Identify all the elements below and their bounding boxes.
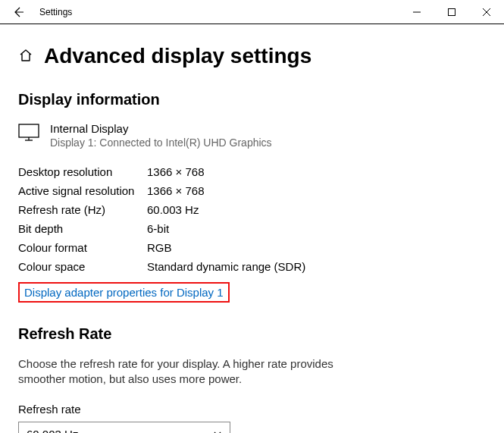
window-title: Settings <box>39 7 399 17</box>
adapter-properties-link[interactable]: Display adapter properties for Display 1 <box>24 286 224 299</box>
prop-val: 6-bit <box>147 222 169 235</box>
prop-key: Colour format <box>18 241 147 254</box>
display-name: Internal Display <box>50 122 272 135</box>
close-button[interactable] <box>469 0 504 24</box>
display-summary: Internal Display Display 1: Connected to… <box>18 122 486 149</box>
display-info-heading: Display information <box>18 91 486 108</box>
window-controls <box>399 0 504 24</box>
prop-val: Standard dynamic range (SDR) <box>147 260 305 273</box>
table-row: Active signal resolution1366 × 768 <box>18 181 486 200</box>
prop-val: 1366 × 768 <box>147 165 205 178</box>
chevron-down-icon <box>213 428 222 433</box>
table-row: Refresh rate (Hz)60.003 Hz <box>18 200 486 219</box>
dropdown-selected-value: 60.003 Hz <box>27 428 78 433</box>
minimize-button[interactable] <box>399 0 434 24</box>
prop-key: Desktop resolution <box>18 165 147 178</box>
svg-rect-1 <box>449 8 455 15</box>
page-title: Advanced display settings <box>44 44 311 68</box>
refresh-rate-label: Refresh rate <box>18 403 486 416</box>
back-button[interactable] <box>6 0 30 24</box>
prop-val: RGB <box>147 241 172 254</box>
display-subtext: Display 1: Connected to Intel(R) UHD Gra… <box>50 136 272 149</box>
refresh-rate-section: Refresh Rate Choose the refresh rate for… <box>18 325 486 433</box>
table-row: Desktop resolution1366 × 768 <box>18 162 486 181</box>
prop-key: Bit depth <box>18 222 147 235</box>
minimize-icon <box>413 8 421 16</box>
content: Advanced display settings Display inform… <box>0 24 504 433</box>
prop-val: 1366 × 768 <box>147 184 205 197</box>
table-row: Bit depth6-bit <box>18 219 486 238</box>
highlight-annotation: Display adapter properties for Display 1 <box>18 282 230 303</box>
prop-key: Refresh rate (Hz) <box>18 203 147 216</box>
maximize-icon <box>448 8 455 16</box>
arrow-left-icon <box>12 6 24 18</box>
refresh-rate-description: Choose the refresh rate for your display… <box>18 356 374 388</box>
monitor-icon <box>18 124 39 149</box>
titlebar: Settings <box>0 0 504 24</box>
close-icon <box>483 8 490 16</box>
refresh-rate-dropdown[interactable]: 60.003 Hz <box>18 422 230 434</box>
display-properties-table: Desktop resolution1366 × 768 Active sign… <box>18 162 486 276</box>
refresh-rate-heading: Refresh Rate <box>18 325 486 343</box>
table-row: Colour spaceStandard dynamic range (SDR) <box>18 257 486 276</box>
svg-rect-4 <box>19 124 39 137</box>
prop-val: 60.003 Hz <box>147 203 199 216</box>
prop-key: Colour space <box>18 260 147 273</box>
page-header: Advanced display settings <box>18 44 486 68</box>
home-icon[interactable] <box>18 48 33 65</box>
maximize-button[interactable] <box>434 0 469 24</box>
prop-key: Active signal resolution <box>18 184 147 197</box>
table-row: Colour formatRGB <box>18 238 486 257</box>
